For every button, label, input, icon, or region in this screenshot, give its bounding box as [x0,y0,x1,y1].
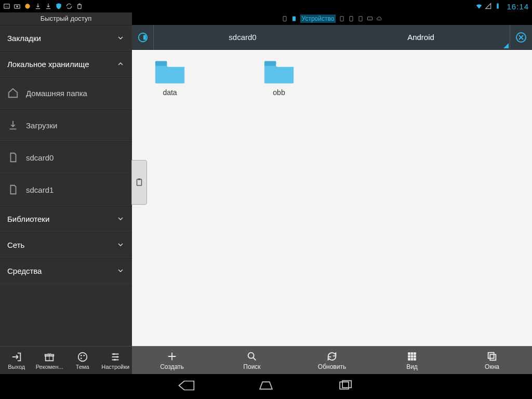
svg-rect-21 [138,179,141,180]
svg-point-13 [116,356,118,358]
svg-rect-26 [408,355,410,357]
svg-rect-4 [497,4,499,8]
sidebar-item-home[interactable]: Домашняя папка [0,77,132,109]
chevron-down-icon [116,241,125,249]
button-label: Тема [76,364,89,370]
recent-icon [337,378,355,393]
theme-button[interactable]: Тема [66,347,99,374]
refresh-button[interactable]: Обновить [292,347,372,374]
recommend-button[interactable]: Рекомен... [33,347,66,374]
svg-rect-0 [4,4,10,8]
svg-rect-30 [411,358,413,360]
sidebar-section-label: Сеть [7,241,24,249]
path-root-button[interactable] [132,25,154,49]
tablet-icon [339,16,345,22]
path-bar: sdcard0 Android [132,25,532,50]
folder-obb[interactable]: obb [256,58,302,338]
windows-icon [486,351,498,362]
sidebar-item-label: Загрузки [26,121,57,130]
search-button[interactable]: Поиск [212,347,292,374]
active-tab-label[interactable]: Устройство [300,15,336,23]
android-status-bar: 16:14 [0,0,532,12]
sidebar-section-libraries[interactable]: Библиотеки [0,206,132,232]
path-segment-sdcard0[interactable]: sdcard0 [154,25,332,49]
download-icon [34,3,42,10]
path-segment-android[interactable]: Android [332,25,510,49]
svg-rect-18 [155,61,167,65]
chevron-down-icon [116,34,125,42]
svg-rect-28 [414,355,416,357]
button-label: Вид [406,363,418,370]
settings-button[interactable]: Настройки [99,347,132,374]
sidebar-section-tools[interactable]: Средства [0,258,132,284]
sidebar-section-local[interactable]: Локальное хранилище [0,51,132,77]
image-icon [3,3,10,10]
svg-point-10 [83,354,85,356]
window-tab-strip: Устройство [132,12,532,25]
close-tab-button[interactable] [510,25,532,49]
main-panel: sdcard0 Android data obb [132,25,532,374]
svg-rect-38 [359,17,362,21]
shield-icon [55,3,62,10]
signal-icon [485,3,492,10]
nav-recent-button[interactable] [337,378,355,395]
sidebar-item-downloads[interactable]: Загрузки [0,109,132,141]
button-label: Настройки [101,364,129,370]
path-segment-label: Android [407,33,434,42]
file-grid[interactable]: data obb [132,50,532,346]
svg-point-2 [16,6,18,7]
folder-icon [154,58,185,85]
folder-label: obb [273,88,285,97]
exit-button[interactable]: Выход [0,347,33,374]
search-icon [246,351,258,362]
button-label: Рекомен... [36,364,63,370]
sidebar-bottom-bar: Выход Рекомен... Тема Настройки [0,346,132,374]
chevron-down-icon [116,215,125,223]
camera-icon [14,3,21,10]
sdcard-icon [7,152,19,163]
download-icon [7,119,19,131]
svg-rect-35 [292,17,296,21]
create-button[interactable]: Создать [132,347,212,374]
chevron-up-icon [116,60,125,68]
tablet-icon [348,16,354,22]
svg-point-11 [81,357,82,359]
nav-home-button[interactable] [257,378,275,395]
android-nav-bar [0,374,532,399]
clipboard-drawer-handle[interactable] [131,160,147,205]
status-clock: 16:14 [507,2,529,11]
view-button[interactable]: Вид [372,347,452,374]
sidebar-title: Быстрый доступ [0,12,132,25]
nav-back-button[interactable] [177,378,195,395]
svg-rect-25 [414,352,416,354]
sidebar-section-label: Закладки [7,34,41,43]
svg-point-8 [78,352,87,361]
tablet-icon [291,16,297,22]
svg-rect-5 [497,3,498,4]
grid-icon [406,351,418,362]
home-icon [257,378,275,393]
circle-icon [24,3,31,10]
sidebar-section-network[interactable]: Сеть [0,232,132,258]
svg-point-12 [113,353,115,355]
monitor-icon [367,16,373,22]
svg-rect-20 [137,179,142,185]
plus-icon [166,351,178,362]
svg-rect-37 [350,17,353,21]
sidebar-item-label: sdcard1 [26,185,54,194]
cloud-icon [376,16,382,22]
folder-data[interactable]: data [147,58,193,338]
sidebar-section-bookmarks[interactable]: Закладки [0,25,132,51]
svg-rect-24 [411,352,413,354]
svg-rect-16 [143,35,146,39]
sidebar-item-sdcard0[interactable]: sdcard0 [0,141,132,174]
windows-button[interactable]: Окна [452,347,532,374]
button-label: Обновить [318,363,346,370]
sync-icon [65,3,73,10]
chevron-down-icon [116,267,125,275]
button-label: Окна [485,363,499,370]
sidebar-item-sdcard1[interactable]: sdcard1 [0,174,132,206]
sdcard-icon [7,184,19,195]
path-segment-label: sdcard0 [229,33,256,42]
folder-label: data [163,88,177,97]
